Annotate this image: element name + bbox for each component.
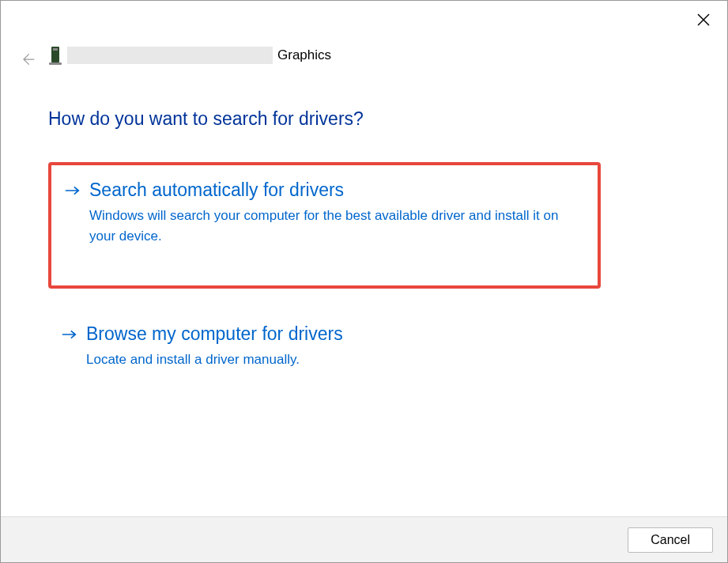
option-description: Locate and install a driver manually. bbox=[86, 350, 568, 370]
close-icon bbox=[697, 13, 710, 26]
device-suffix: Graphics bbox=[277, 47, 331, 63]
arrow-right-icon bbox=[64, 186, 81, 195]
option-browse-computer[interactable]: Browse my computer for drivers Locate an… bbox=[48, 309, 601, 389]
option-title: Search automatically for drivers bbox=[89, 179, 344, 201]
back-arrow-icon bbox=[20, 51, 36, 67]
svg-rect-3 bbox=[53, 48, 58, 51]
back-button[interactable] bbox=[18, 50, 37, 69]
arrow-right-icon bbox=[61, 330, 78, 339]
option-search-automatically[interactable]: Search automatically for drivers Windows… bbox=[48, 162, 601, 289]
option-description: Windows will search your computer for th… bbox=[89, 206, 571, 246]
cancel-button[interactable]: Cancel bbox=[628, 527, 713, 553]
device-icon bbox=[48, 45, 62, 66]
dialog-header: Graphics bbox=[48, 45, 331, 66]
page-title: How do you want to search for drivers? bbox=[48, 108, 364, 130]
option-title: Browse my computer for drivers bbox=[86, 323, 343, 345]
options-container: Search automatically for drivers Windows… bbox=[48, 162, 601, 410]
close-button[interactable] bbox=[694, 10, 713, 29]
svg-rect-4 bbox=[49, 62, 62, 65]
device-name-redacted bbox=[67, 47, 273, 64]
dialog-footer: Cancel bbox=[1, 516, 727, 562]
